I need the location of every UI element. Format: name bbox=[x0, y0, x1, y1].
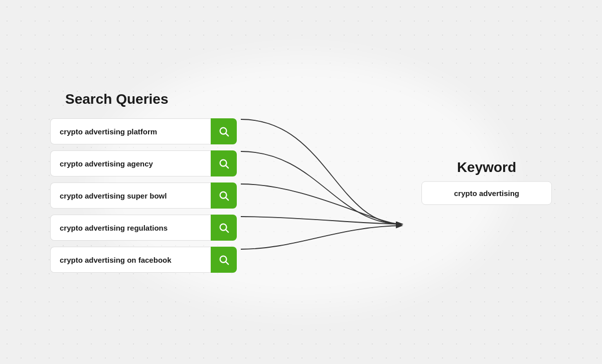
search-button-5[interactable] bbox=[211, 247, 237, 273]
svg-line-9 bbox=[226, 262, 228, 264]
search-row-5: crypto advertising on facebook bbox=[50, 247, 237, 273]
search-icon-3 bbox=[218, 190, 229, 201]
search-row-2: crypto advertising agency bbox=[50, 150, 237, 176]
search-icon-4 bbox=[218, 222, 229, 233]
svg-line-7 bbox=[226, 230, 228, 232]
search-row-3: crypto advertising super bowl bbox=[50, 183, 237, 209]
left-panel: Search Queries crypto advertising platfo… bbox=[50, 91, 261, 273]
search-rows: crypto advertising platform crypto adver… bbox=[50, 118, 237, 273]
search-row-1: crypto advertising platform bbox=[50, 118, 237, 144]
search-text-4: crypto advertising regulations bbox=[60, 224, 168, 232]
main-content: Search Queries crypto advertising platfo… bbox=[0, 0, 602, 364]
search-text-2: crypto advertising agency bbox=[60, 159, 153, 168]
svg-line-5 bbox=[226, 198, 228, 200]
search-text-3: crypto advertising super bowl bbox=[60, 192, 167, 200]
search-box-4: crypto advertising regulations bbox=[50, 215, 211, 241]
search-icon-5 bbox=[218, 254, 229, 265]
search-button-3[interactable] bbox=[211, 183, 237, 209]
svg-line-1 bbox=[226, 133, 228, 136]
search-text-1: crypto advertising platform bbox=[60, 127, 157, 136]
section-title: Search Queries bbox=[65, 91, 168, 107]
keyword-text: crypto advertising bbox=[454, 189, 519, 198]
search-box-3: crypto advertising super bowl bbox=[50, 183, 211, 209]
search-icon-2 bbox=[218, 158, 229, 169]
search-button-1[interactable] bbox=[211, 118, 237, 144]
arrows-diagram bbox=[236, 106, 446, 342]
search-button-4[interactable] bbox=[211, 215, 237, 241]
right-panel: Keyword crypto advertising bbox=[421, 159, 552, 205]
search-row-4: crypto advertising regulations bbox=[50, 215, 237, 241]
search-box-2: crypto advertising agency bbox=[50, 150, 211, 176]
search-text-5: crypto advertising on facebook bbox=[60, 256, 172, 264]
diagram: Search Queries crypto advertising platfo… bbox=[50, 91, 552, 273]
search-button-2[interactable] bbox=[211, 150, 237, 176]
search-box-1: crypto advertising platform bbox=[50, 118, 211, 144]
search-icon-1 bbox=[218, 126, 229, 137]
keyword-box: crypto advertising bbox=[421, 181, 552, 205]
search-box-5: crypto advertising on facebook bbox=[50, 247, 211, 273]
svg-line-3 bbox=[226, 165, 228, 168]
keyword-title: Keyword bbox=[457, 159, 516, 175]
